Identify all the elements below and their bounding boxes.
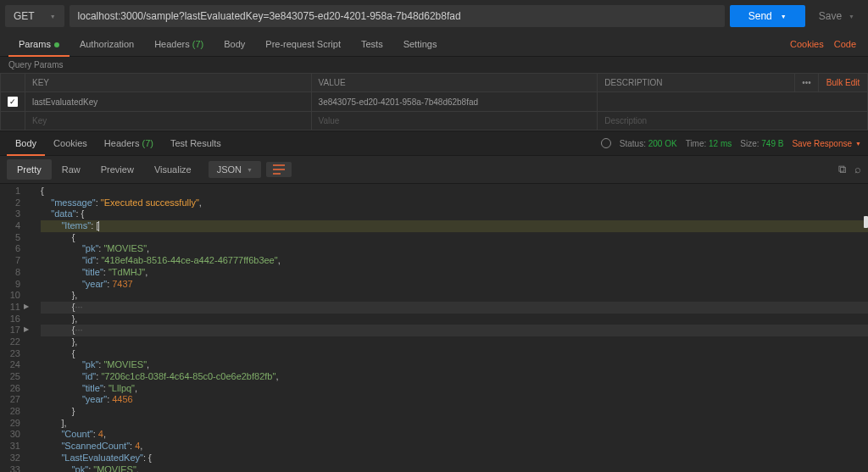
time-value: 12 ms [709, 139, 732, 148]
bulk-edit-link[interactable]: Bulk Edit [819, 74, 868, 92]
chevron-down-icon: ▼ [50, 14, 56, 19]
http-method-value: GET [14, 10, 35, 22]
cookies-link[interactable]: Cookies [790, 39, 824, 49]
tab-headers[interactable]: Headers (7) [144, 32, 214, 56]
scrollbar-thumb[interactable] [864, 216, 868, 228]
tab-body[interactable]: Body [214, 32, 255, 56]
cell-description[interactable] [598, 92, 868, 112]
tab-resp-headers[interactable]: Headers (7) [96, 131, 162, 155]
view-preview[interactable]: Preview [91, 159, 144, 180]
tab-tests[interactable]: Tests [351, 32, 393, 56]
col-description: DESCRIPTION [598, 74, 795, 92]
col-key: KEY [25, 74, 312, 92]
table-row: ✓ lastEvaluatedKey 3e843075-ed20-4201-95… [1, 92, 868, 112]
tab-resp-body[interactable]: Body [7, 131, 45, 155]
cell-key-placeholder[interactable]: Key [25, 112, 312, 130]
col-more[interactable]: ••• [795, 74, 819, 92]
save-response-button[interactable]: Save Response ▼ [792, 139, 861, 148]
chevron-down-icon: ▼ [781, 14, 787, 19]
send-button-label: Send [748, 10, 772, 22]
http-method-select[interactable]: GET ▼ [5, 5, 64, 27]
chevron-down-icon: ▼ [855, 141, 861, 147]
language-select[interactable]: JSON▼ [209, 161, 261, 178]
wrap-lines-button[interactable] [266, 162, 292, 177]
code-link[interactable]: Code [834, 39, 856, 49]
save-button[interactable]: Save ▼ [810, 5, 863, 27]
wrap-icon [272, 164, 286, 175]
table-row-new: Key Value Description [1, 112, 868, 130]
search-icon[interactable]: ⌕ [854, 163, 861, 176]
col-value: VALUE [311, 74, 598, 92]
tab-resp-cookies[interactable]: Cookies [45, 131, 96, 155]
tab-params[interactable]: Params [8, 32, 70, 56]
cell-key[interactable]: lastEvaluatedKey [25, 92, 312, 112]
view-visualize[interactable]: Visualize [144, 159, 202, 180]
view-raw[interactable]: Raw [52, 159, 91, 180]
fold-toggle-icon[interactable]: ▶ [24, 325, 29, 334]
tab-authorization[interactable]: Authorization [70, 32, 144, 56]
view-pretty[interactable]: Pretty [7, 159, 52, 180]
col-check [1, 74, 25, 92]
row-checkbox[interactable]: ✓ [8, 97, 18, 107]
tab-settings[interactable]: Settings [393, 32, 448, 56]
fold-toggle-icon[interactable]: ▶ [24, 303, 29, 311]
response-body-editor[interactable]: 1234567891011▶1617▶222324252627282930313… [0, 184, 868, 472]
request-bar: GET ▼ Send ▼ Save ▼ [0, 0, 868, 32]
params-indicator-dot [54, 42, 59, 47]
globe-icon[interactable] [601, 138, 611, 148]
chevron-down-icon: ▼ [247, 167, 253, 173]
response-status-bar: Status: 200 OK Time: 12 ms Size: 749 B S… [601, 138, 861, 148]
send-button[interactable]: Send ▼ [730, 5, 805, 27]
response-view-toolbar: Pretty Raw Preview Visualize JSON▼ ⧉ ⌕ [0, 156, 868, 184]
status-code: 200 OK [648, 139, 677, 148]
size-value: 749 B [761, 139, 783, 148]
chevron-down-icon: ▼ [849, 14, 854, 19]
line-gutter: 1234567891011▶1617▶222324252627282930313… [0, 184, 25, 472]
tab-prerequest[interactable]: Pre-request Script [255, 32, 351, 56]
request-tabs: Params Authorization Headers (7) Body Pr… [0, 32, 868, 57]
tab-resp-tests[interactable]: Test Results [162, 131, 230, 155]
copy-icon[interactable]: ⧉ [838, 163, 846, 176]
cell-value[interactable]: 3e843075-ed20-4201-958a-7b48d62b8fad [311, 92, 598, 112]
query-params-table: KEY VALUE DESCRIPTION ••• Bulk Edit ✓ la… [0, 73, 868, 130]
query-params-heading: Query Params [0, 57, 868, 73]
response-tabs: Body Cookies Headers (7) Test Results St… [0, 130, 868, 156]
cell-value-placeholder[interactable]: Value [311, 112, 598, 130]
url-input[interactable] [70, 5, 725, 27]
save-button-label: Save [819, 10, 842, 22]
code-content: { "message": "Executed successfully", "d… [25, 184, 868, 472]
cell-description-placeholder[interactable]: Description [598, 112, 868, 130]
